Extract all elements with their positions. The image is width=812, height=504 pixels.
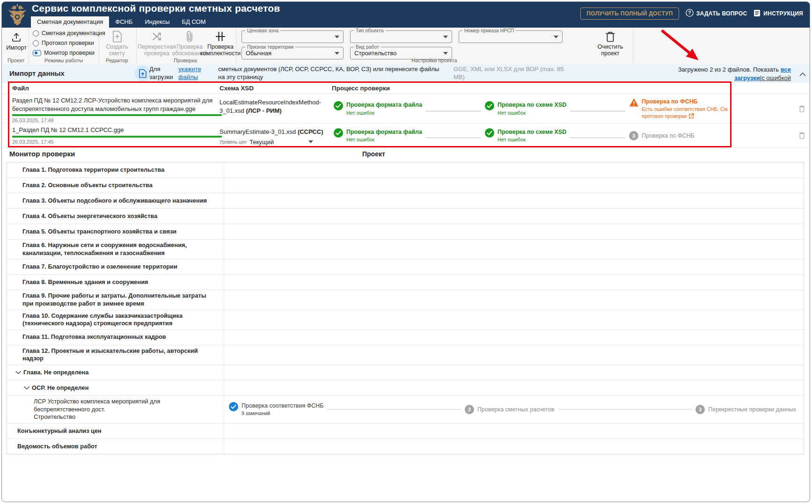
document-icon bbox=[753, 9, 761, 18]
row-label-text: Конъюнктурный анализ цен bbox=[17, 427, 102, 435]
col-file: Файл bbox=[2, 85, 219, 92]
ask-question-button[interactable]: ? ЗАДАТЬ ВОПРОС bbox=[686, 9, 747, 18]
external-link-icon[interactable] bbox=[688, 113, 694, 119]
delete-file-button[interactable] bbox=[798, 131, 806, 140]
cross-arrows-icon bbox=[151, 30, 163, 43]
mode-radio[interactable]: Сметная документация bbox=[33, 30, 105, 37]
completeness-check-button[interactable]: Проверка комплектности bbox=[206, 30, 235, 57]
ribbon-toolbar: Импорт Проект Сметная документация Прото… bbox=[2, 28, 810, 65]
check-circle-icon bbox=[485, 101, 494, 110]
step-title: Проверка по ФСНБ bbox=[642, 132, 694, 139]
step-title: Проверка по схеме XSD bbox=[497, 101, 566, 109]
chevron-down-icon[interactable] bbox=[24, 386, 29, 390]
monitor-row: Глава 2. Основные объекты строительства bbox=[7, 177, 804, 193]
row-label-text: Глава 8. Временные здания и сооружения bbox=[22, 278, 148, 286]
monitor-row: Глава 9. Прочие работы и затраты. Дополн… bbox=[7, 290, 804, 309]
step-title: Проверка формата файла bbox=[346, 128, 422, 136]
monitor-row: Глава 6. Наружные сети и сооружения водо… bbox=[7, 239, 804, 259]
trash-icon bbox=[605, 30, 615, 43]
file-row: 1_Раздел ПД № 12 СМ12.1 ССРСС.gge 26.03.… bbox=[2, 124, 810, 148]
row-label-text: Глава 9. Прочие работы и затраты. Дополн… bbox=[22, 292, 215, 307]
completeness-icon bbox=[215, 30, 226, 43]
process-step-pending: 2Проверка сметных расчетов bbox=[465, 405, 554, 414]
warning-triangle-icon bbox=[629, 98, 638, 107]
step-title: Перекрестные проверки данных bbox=[708, 406, 796, 413]
collapse-chevron-up-icon[interactable] bbox=[799, 70, 806, 78]
project-setting-select[interactable]: Тип объекта bbox=[350, 30, 452, 43]
monitor-row: Глава 12. Проектные и изыскательские раб… bbox=[7, 345, 804, 365]
check-circle-icon bbox=[485, 128, 494, 138]
project-setting-select[interactable]: Признак территории Обычная bbox=[241, 47, 344, 59]
tab[interactable]: БД СОМ bbox=[176, 16, 212, 28]
file-upload-icon bbox=[135, 66, 151, 81]
step-title: Проверка по схеме XSD bbox=[497, 128, 566, 136]
monitor-row-project-cell bbox=[224, 209, 804, 224]
price-level-select[interactable]: Уровень цен Текущий bbox=[219, 138, 313, 148]
project-setting-select[interactable]: Номер приказа НРСП bbox=[459, 30, 563, 43]
svg-text:2: 2 bbox=[468, 407, 471, 412]
file-name: Раздел ПД № 12 СМ12.2 ЛСР-Устройство ком… bbox=[12, 96, 219, 113]
process-step-success: Проверка формата файлаНет ошибок bbox=[334, 128, 422, 143]
schema-type: (ССРСС) bbox=[298, 128, 323, 135]
check-circle-icon bbox=[334, 128, 343, 138]
monitor-row: ОСР. Не определен bbox=[7, 380, 804, 395]
monitor-row-label: Глава 2. Основные объекты строительства bbox=[7, 178, 224, 193]
monitor-row-label: Глава 7. Благоустройство и озеленение те… bbox=[7, 259, 224, 274]
step-connector-line bbox=[327, 409, 461, 409]
with-error-link[interactable]: с ошибкой bbox=[761, 74, 791, 81]
mode-radio[interactable]: Протокол проверки bbox=[33, 40, 105, 46]
monitor-row: Глава 10. Содержание службы заказчиказас… bbox=[7, 310, 804, 329]
project-setting-select[interactable]: Ценовая зона bbox=[241, 30, 344, 43]
coat-of-arms-logo-icon bbox=[7, 3, 28, 27]
delete-file-button[interactable] bbox=[798, 104, 806, 113]
monitor-row: ЛСР Устройство комплекса мероприятий для… bbox=[7, 395, 804, 423]
dropdown-caret-icon bbox=[554, 36, 558, 38]
monitor-row-project-cell bbox=[224, 259, 804, 274]
monitor-row-label: Глава 6. Наружные сети и сооружения водо… bbox=[7, 240, 224, 259]
instruction-button[interactable]: ИНСТРУКЦИЯ bbox=[753, 9, 803, 18]
paperclip-icon bbox=[186, 30, 193, 43]
monitor-row: Глава 1. Подготовка территории строитель… bbox=[7, 162, 804, 177]
process-step-success: Проверка формата файлаНет ошибок bbox=[334, 101, 422, 116]
monitor-row-label: ОСР. Не определен bbox=[7, 380, 224, 395]
separator bbox=[633, 29, 633, 63]
cross-check-button: Перекрестная проверка bbox=[139, 30, 174, 57]
process-step-warning: Проверка по ФСНБЕсть ошибки соответствия… bbox=[629, 98, 732, 119]
tab[interactable]: ФСНБ bbox=[109, 16, 139, 28]
monitor-row: Глава 11. Подготовка эксплуатационных ка… bbox=[7, 329, 804, 345]
step-number-icon: 2 bbox=[465, 405, 474, 414]
schema-type: (ЛСР - РИМ) bbox=[246, 107, 281, 114]
choose-files-link[interactable]: укажите файлы bbox=[178, 66, 207, 81]
row-label-text: Глава 6. Наружные сети и сооружения водо… bbox=[22, 241, 215, 257]
process-step-success: Проверка по схеме XSDНет ошибок bbox=[485, 101, 566, 116]
import-button[interactable]: Импорт bbox=[7, 31, 26, 51]
tab[interactable]: Индексы bbox=[139, 16, 176, 28]
monitor-row: Ведомость объемов работ bbox=[7, 438, 804, 454]
monitor-row-label: Глава 12. Проектные и изыскательские раб… bbox=[7, 345, 224, 365]
separator bbox=[29, 29, 29, 63]
tab[interactable]: Сметная документация bbox=[31, 16, 109, 28]
mode-radio[interactable]: Монитор проверки bbox=[33, 50, 105, 56]
row-label-text: Глава. Не определена bbox=[23, 369, 88, 377]
monitor-row-label: ЛСР Устройство комплекса мероприятий для… bbox=[7, 396, 224, 423]
clear-project-button[interactable]: Очистить проект bbox=[591, 30, 630, 57]
chevron-down-icon[interactable] bbox=[15, 371, 21, 374]
step-title: Проверка формата файла bbox=[346, 101, 422, 109]
file-row: Раздел ПД № 12 СМ12.2 ЛСР-Устройство ком… bbox=[2, 94, 810, 124]
step-number-icon: 3 bbox=[695, 405, 705, 414]
upload-hint-prefix: Для загрузки bbox=[149, 66, 175, 81]
full-access-button[interactable]: ПОЛУЧИТЬ ПОЛНЫЙ ДОСТУП bbox=[580, 7, 679, 20]
file-date: 26.03.2025, 17:49 bbox=[12, 117, 219, 123]
process-step-pending: 3Перекрестные проверки данных bbox=[695, 405, 796, 414]
monitor-row: Конъюнктурный анализ цен bbox=[7, 423, 804, 438]
app-window: Сервис комплексной проверки сметных расч… bbox=[1, 1, 810, 502]
group-caption-project: Проект bbox=[7, 58, 24, 63]
monitor-row: Глава 4. Объекты энергетического хозяйст… bbox=[7, 208, 804, 224]
project-settings-selects: Ценовая зона Тип объекта Номер приказа Н… bbox=[241, 30, 563, 59]
radio-icon bbox=[33, 30, 39, 37]
monitor-row-label: Глава 5. Объекты транспортного хозяйства… bbox=[7, 224, 224, 239]
col-schema: Схема XSD bbox=[219, 85, 332, 92]
row-label-text: Глава 5. Объекты транспортного хозяйства… bbox=[22, 228, 176, 236]
row-label-text: ОСР. Не определен bbox=[32, 384, 88, 392]
step-title: Проверка сметных расчетов bbox=[477, 406, 554, 413]
